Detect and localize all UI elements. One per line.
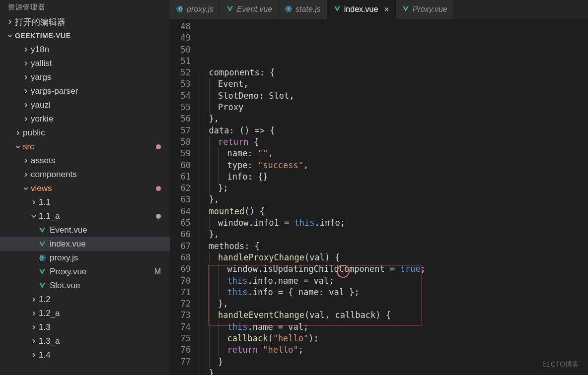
code-line[interactable]: handleEventChange(val, callback) { [200,310,588,321]
tree-item-Event-vue[interactable]: Event.vue [0,223,170,237]
code-line[interactable]: mounted() { [200,206,588,217]
tree-item-1-3_a[interactable]: 1.3_a [0,334,170,348]
vue-icon [38,226,47,235]
item-label: 1.1 [39,197,51,207]
code-line[interactable]: methods: { [200,241,588,252]
tab-Proxy-vue[interactable]: Proxy.vue [396,0,454,19]
svg-point-4 [179,8,180,9]
tree-item-1-2[interactable]: 1.2 [0,293,170,307]
vue-icon [38,267,47,276]
item-label: Slot.vue [50,281,80,291]
code-line[interactable]: return { [200,136,588,148]
code-line[interactable]: }, [200,113,588,125]
tree-item-1-4[interactable]: 1.4 [0,348,170,362]
tree-item-yallist[interactable]: yallist [0,57,170,70]
code-line[interactable]: } [200,356,588,368]
code-line[interactable]: }, [200,194,588,205]
line-number: 55 [170,102,191,113]
tree-item-yauzl[interactable]: yauzl [0,98,170,112]
item-label: 1.2 [39,295,51,305]
tab-state-js[interactable]: state.js [279,0,327,19]
tab-Event-vue[interactable]: Event.vue [220,0,279,19]
tree-item-Proxy-vue[interactable]: Proxy.vueM [0,265,170,279]
item-label: yauzl [31,100,51,110]
chevron-down-icon [6,32,14,40]
code-line[interactable]: this.name = val; [200,321,588,333]
code-line[interactable]: }; [200,183,588,194]
tab-proxy-js[interactable]: proxy.js [170,0,220,19]
sidebar: 资源管理器 打开的编辑器 GEEKTIME-VUE y18nyallistyar… [0,0,170,375]
line-number: 64 [170,206,191,217]
tree-item-yorkie[interactable]: yorkie [0,112,170,126]
code-line[interactable]: callback("hello"); [200,333,588,344]
react-icon [38,253,47,262]
line-number: 51 [170,56,191,67]
tree-item-src[interactable]: src [0,140,170,154]
explorer-title: 资源管理器 [0,0,170,15]
code-editor[interactable]: 4849505152535455565758596061626364656667… [170,19,588,375]
react-icon [285,5,293,14]
line-number: 59 [170,148,191,159]
code-line[interactable]: components: { [200,67,588,78]
line-number: 57 [170,125,191,136]
tab-label: state.js [295,5,321,14]
code-line[interactable]: }, [200,298,588,310]
chevron-down-icon [30,212,38,220]
code-line[interactable]: name: "", [200,148,588,159]
svg-point-8 [288,8,289,9]
tree-item-yargs-parser[interactable]: yargs-parser [0,84,170,98]
code-line[interactable]: }, [200,229,588,240]
code-content[interactable]: components: {Event,SlotDemo: Slot,Proxy}… [200,21,588,375]
line-number: 62 [170,183,191,194]
close-icon[interactable]: × [384,4,389,15]
tab-label: index.vue [344,5,378,14]
open-editors-label: 打开的编辑器 [15,16,66,28]
project-header[interactable]: GEEKTIME-VUE [0,29,170,43]
svg-point-0 [41,257,43,258]
modified-dot-icon [156,144,161,149]
open-editors-section[interactable]: 打开的编辑器 [0,15,170,29]
item-label: assets [31,156,55,166]
code-line[interactable]: info: {} [200,171,588,183]
tree-item-yargs[interactable]: yargs [0,70,170,84]
tab-index-vue[interactable]: index.vue× [327,0,396,19]
item-label: yorkie [31,114,53,124]
vue-icon [38,240,47,249]
git-status-icon: M [154,267,161,276]
code-line[interactable]: handleProxyChange(val) { [200,252,588,263]
tree-item-Slot-vue[interactable]: Slot.vue [0,279,170,293]
code-line[interactable]: return "hello"; [200,344,588,356]
code-line[interactable]: this.info = { name: val }; [200,287,588,298]
item-label: Proxy.vue [50,267,86,277]
code-line[interactable]: data: () => { [200,125,588,136]
tree-item-y18n[interactable]: y18n [0,43,170,57]
code-line[interactable]: window.info1 = this.info; [200,217,588,229]
code-line[interactable]: Event, [200,78,588,90]
code-line[interactable]: window.isUpdatingChildComponent = true; [200,263,588,275]
tree-item-index-vue[interactable]: index.vue [0,237,170,251]
code-line[interactable]: } [200,368,588,375]
tree-item-public[interactable]: public [0,126,170,140]
tree-item-1-1_a[interactable]: 1.1_a [0,209,170,223]
project-name: GEEKTIME-VUE [15,32,71,40]
tab-label: Proxy.vue [413,5,447,14]
chevron-right-icon [22,73,30,81]
code-line[interactable]: type: "success", [200,160,588,171]
code-line[interactable]: this.info.name = val; [200,275,588,287]
tree-item-proxy-js[interactable]: proxy.js [0,251,170,265]
code-line[interactable]: Proxy [200,102,588,113]
tree-item-1-2_a[interactable]: 1.2_a [0,307,170,320]
modified-dot-icon [156,186,161,191]
tree-item-views[interactable]: views [0,182,170,195]
react-icon [176,5,184,14]
line-number: 70 [170,275,191,287]
tree-item-assets[interactable]: assets [0,154,170,168]
modified-dot-icon [156,214,161,219]
code-line[interactable]: SlotDemo: Slot, [200,90,588,102]
tree-item-components[interactable]: components [0,168,170,182]
tree-item-1-1[interactable]: 1.1 [0,195,170,209]
line-number: 66 [170,229,191,240]
line-number: 71 [170,287,191,298]
tree-item-1-3[interactable]: 1.3 [0,320,170,334]
line-number: 72 [170,298,191,310]
